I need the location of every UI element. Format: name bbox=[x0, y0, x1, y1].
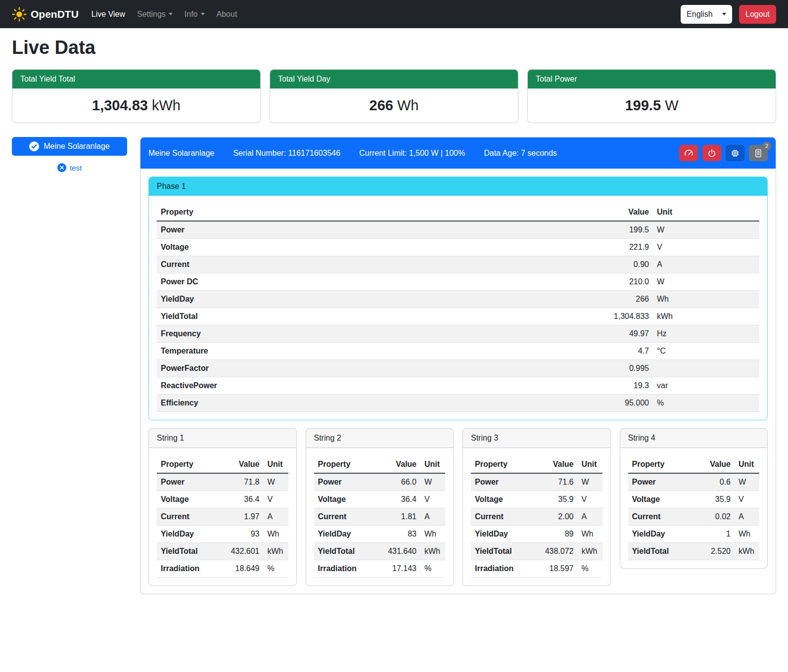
value-header: Value bbox=[699, 456, 735, 473]
logout-button[interactable]: Logout bbox=[739, 5, 776, 24]
device-info-button[interactable] bbox=[726, 145, 744, 161]
value-cell: 35.9 bbox=[699, 491, 735, 508]
value-cell: 199.5 bbox=[589, 221, 653, 239]
table-row: YieldDay1Wh bbox=[628, 526, 760, 543]
value-cell: 49.97 bbox=[589, 325, 653, 343]
unit-cell: var bbox=[653, 377, 759, 395]
stat-value: 1,304.83 bbox=[92, 97, 148, 113]
table-row: YieldTotal1,304.833kWh bbox=[157, 308, 759, 325]
unit-cell: V bbox=[735, 491, 759, 508]
value-cell: 35.9 bbox=[541, 491, 578, 508]
value-cell: 19.3 bbox=[589, 377, 653, 395]
table-row: Current0.90A bbox=[157, 256, 759, 273]
unit-cell: V bbox=[653, 239, 759, 256]
value-cell: 17.143 bbox=[384, 560, 420, 578]
unit-cell: A bbox=[578, 508, 603, 526]
property-cell: Temperature bbox=[157, 343, 589, 360]
page-title: Live Data bbox=[12, 37, 776, 58]
value-cell: 0.90 bbox=[589, 256, 653, 273]
string-card-body: Property Value Unit Power0.6WVoltage35.9… bbox=[620, 448, 768, 568]
chevron-down-icon bbox=[201, 13, 205, 15]
unit-cell: Hz bbox=[653, 325, 759, 343]
table-row: Current2.00A bbox=[471, 508, 603, 526]
string-card-title: String 3 bbox=[463, 429, 610, 448]
value-header: Value bbox=[227, 456, 264, 473]
unit-cell: W bbox=[653, 221, 759, 239]
sun-logo-icon bbox=[12, 7, 27, 22]
table-header-row: Property Value Unit bbox=[157, 204, 759, 221]
table-head: Property Value Unit bbox=[628, 456, 760, 473]
property-cell: Voltage bbox=[157, 239, 589, 256]
value-cell: 1,304.833 bbox=[589, 308, 653, 325]
inverter-select-button[interactable]: Meine Solaranlage bbox=[12, 137, 127, 156]
stat-cards-row: Total Yield Total 1,304.83 kWh Total Yie… bbox=[12, 69, 776, 123]
unit-header: Unit bbox=[653, 204, 759, 221]
unit-cell bbox=[653, 360, 759, 377]
brand-label: OpenDTU bbox=[31, 8, 79, 20]
unit-cell: % bbox=[264, 560, 288, 578]
property-cell: Irradiation bbox=[471, 560, 541, 578]
table-row: Power0.6W bbox=[628, 473, 760, 491]
stat-card-title: Total Yield Day bbox=[270, 70, 518, 89]
phase-card-title: Phase 1 bbox=[149, 177, 767, 196]
table-body: Power199.5WVoltage221.9VCurrent0.90APowe… bbox=[157, 221, 759, 412]
event-log-button[interactable]: 2 bbox=[749, 145, 768, 161]
string-table: Property Value Unit Power0.6WVoltage35.9… bbox=[628, 456, 760, 560]
nav-about[interactable]: About bbox=[211, 6, 243, 23]
table-head: Property Value Unit bbox=[157, 204, 759, 221]
property-cell: Voltage bbox=[314, 491, 384, 508]
table-row: YieldDay89Wh bbox=[471, 526, 603, 543]
limit-settings-button[interactable] bbox=[679, 145, 698, 161]
string-table: Property Value Unit Power66.0WVoltage36.… bbox=[314, 456, 446, 578]
table-row: YieldTotal2.520kWh bbox=[628, 543, 760, 560]
unit-cell: Wh bbox=[264, 526, 288, 543]
value-cell: 438.072 bbox=[541, 543, 578, 560]
inverter-test-link[interactable]: test bbox=[12, 163, 127, 172]
value-cell: 0.995 bbox=[589, 360, 653, 377]
property-cell: Power DC bbox=[157, 273, 589, 291]
string-card-body: Property Value Unit Power71.6WVoltage35.… bbox=[463, 448, 610, 585]
table-row: Temperature4.7°C bbox=[157, 343, 759, 360]
unit-cell: W bbox=[735, 473, 759, 491]
property-cell: YieldDay bbox=[157, 526, 227, 543]
property-cell: Current bbox=[314, 508, 384, 526]
nav-info[interactable]: Info bbox=[179, 6, 211, 23]
property-cell: Current bbox=[628, 508, 699, 526]
property-cell: Efficiency bbox=[157, 395, 589, 412]
property-header: Property bbox=[157, 204, 589, 221]
table-row: Current1.97A bbox=[157, 508, 288, 526]
table-row: YieldDay93Wh bbox=[157, 526, 288, 543]
table-row: Power199.5W bbox=[157, 221, 759, 239]
cpu-icon bbox=[731, 149, 740, 158]
table-head: Property Value Unit bbox=[157, 456, 288, 473]
brand-link[interactable]: OpenDTU bbox=[12, 7, 79, 22]
stat-card-title: Total Power bbox=[528, 70, 776, 89]
table-row: Voltage35.9V bbox=[471, 491, 603, 508]
unit-cell: Wh bbox=[653, 291, 759, 308]
unit-cell: Wh bbox=[420, 526, 445, 543]
unit-cell: A bbox=[420, 508, 445, 526]
string-card-4: String 4 Property Value Unit bbox=[620, 428, 768, 569]
value-cell: 71.8 bbox=[227, 473, 264, 491]
property-cell: YieldDay bbox=[314, 526, 384, 543]
inverter-limit: Current Limit: 1,500 W | 100% bbox=[359, 149, 465, 158]
unit-cell: A bbox=[264, 508, 288, 526]
unit-cell: V bbox=[420, 491, 445, 508]
property-cell: Power bbox=[628, 473, 699, 491]
value-cell: 71.6 bbox=[541, 473, 578, 491]
property-cell: Current bbox=[157, 508, 227, 526]
inverter-panel: Meine Solaranlage Serial Number: 1161716… bbox=[140, 137, 776, 594]
language-select[interactable]: English bbox=[681, 5, 732, 24]
unit-cell: A bbox=[735, 508, 759, 526]
navbar-left: OpenDTU Live View Settings Info About bbox=[12, 6, 243, 23]
unit-cell: °C bbox=[653, 343, 759, 360]
nav-live-view[interactable]: Live View bbox=[86, 6, 131, 23]
table-header-row: Property Value Unit bbox=[157, 456, 288, 473]
power-button[interactable] bbox=[702, 145, 721, 161]
nav-settings[interactable]: Settings bbox=[131, 6, 179, 23]
table-row: Irradiation18.597% bbox=[471, 560, 603, 578]
table-row: Voltage35.9V bbox=[628, 491, 760, 508]
string-card-title: String 2 bbox=[306, 429, 454, 448]
stat-unit: Wh bbox=[397, 97, 419, 113]
nav-live-view-label: Live View bbox=[92, 10, 125, 19]
